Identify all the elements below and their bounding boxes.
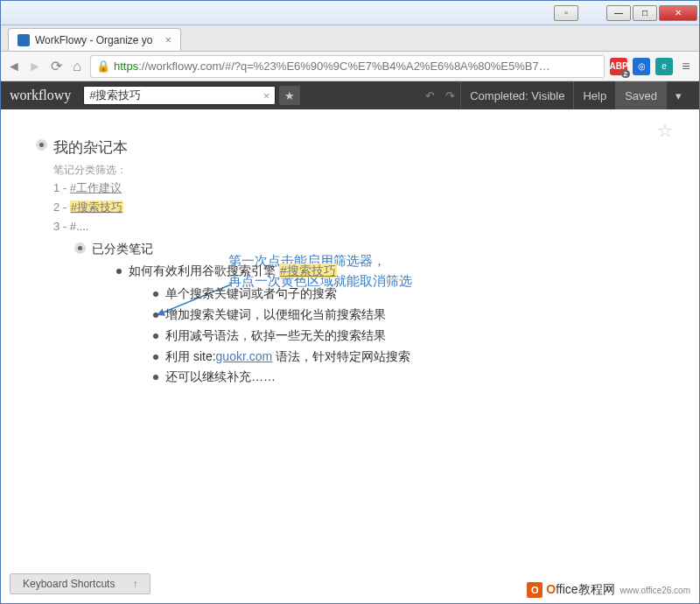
forward-button[interactable]: ► [27, 59, 43, 74]
home-button[interactable]: ⌂ [69, 59, 85, 74]
address-bar: ◄ ► ⟳ ⌂ 🔒 https ://workflowy.com/#/?q=%2… [1, 52, 699, 81]
outline-root: 我的杂记本 笔记分类筛选： 1 - #工作建议 2 - #搜索技巧 3 - #.… [36, 136, 682, 388]
tab-title: WorkFlowy - Organize yo [35, 34, 152, 46]
search-value: #搜索技巧 [89, 88, 141, 103]
tag-search-hl-2[interactable]: #搜索技巧 [279, 263, 337, 277]
tag-search-hl[interactable]: #搜索技巧 [70, 200, 123, 214]
favicon-icon [18, 34, 30, 46]
guokr-link[interactable]: guokr.com [216, 349, 273, 363]
dropdown-button[interactable]: ▾ [666, 81, 690, 109]
tag-more: #.... [70, 220, 89, 233]
root-title[interactable]: 我的杂记本 [53, 136, 682, 161]
win-icon-button[interactable]: ▫ [554, 5, 578, 21]
completed-toggle[interactable]: Completed: Visible [460, 81, 573, 109]
url-scheme: https [114, 60, 138, 73]
list-item[interactable]: 还可以继续补充…… [165, 369, 276, 383]
bullet-icon[interactable] [153, 355, 158, 360]
redo-icon[interactable]: ↷ [440, 89, 460, 102]
bullet-icon[interactable] [153, 291, 158, 297]
content-area: ☆ 第一次点击能启用筛选器， 再点一次黄色区域就能取消筛选 我的杂记本 笔记分类… [1, 109, 699, 573]
bullet-icon[interactable] [116, 269, 122, 274]
extension-icon-2[interactable]: e [655, 58, 673, 75]
close-button[interactable]: ✕ [659, 5, 697, 21]
workflowy-logo[interactable]: workflowy [10, 88, 71, 103]
watermark: O Office教程网 www.office26.com [527, 582, 690, 598]
section-title[interactable]: 已分类笔记 [92, 239, 682, 260]
bullet-icon[interactable] [74, 242, 86, 254]
url-input[interactable]: 🔒 https ://workflowy.com/#/?q=%23%E6%90%… [90, 55, 605, 78]
bullet-icon[interactable] [153, 313, 158, 318]
chevron-up-icon: ↑ [132, 578, 137, 590]
root-subtitle: 笔记分类筛选： [53, 161, 682, 179]
window: ▫ — □ ✕ WorkFlowy - Organize yo × ◄ ► ⟳ … [0, 0, 700, 604]
reload-button[interactable]: ⟳ [48, 59, 64, 74]
tag-work[interactable]: #工作建议 [70, 181, 122, 194]
keyboard-shortcuts-button[interactable]: Keyboard Shortcuts ↑ [10, 573, 150, 594]
abp-icon[interactable]: ABP2 [610, 58, 627, 75]
search-input[interactable]: #搜索技巧 × [83, 86, 276, 105]
tab-bar: WorkFlowy - Organize yo × [1, 25, 699, 52]
lock-icon: 🔒 [96, 60, 110, 73]
tab-workflowy[interactable]: WorkFlowy - Organize yo × [8, 28, 181, 51]
app-toolbar: workflowy #搜索技巧 × ★ ↶ ↷ Completed: Visib… [1, 81, 699, 109]
list-item[interactable]: 利用 site:guokr.com 语法，针对特定网站搜索 [165, 349, 410, 363]
bullet-icon[interactable] [153, 334, 158, 339]
close-tab-icon[interactable]: × [164, 33, 172, 46]
office-logo-icon: O [527, 582, 542, 598]
extension-icon-1[interactable]: ◎ [633, 58, 650, 75]
list-item[interactable]: 单个搜索关键词或者句子的搜索 [165, 286, 337, 300]
bullet-icon[interactable] [36, 139, 47, 151]
help-button[interactable]: Help [573, 81, 615, 109]
bullet-icon[interactable] [153, 375, 158, 380]
minimize-button[interactable]: — [606, 5, 631, 21]
maximize-button[interactable]: □ [633, 5, 657, 21]
clear-search-icon[interactable]: × [263, 89, 270, 102]
list-item[interactable]: 利用减号语法，砍掉一些无关的搜索结果 [165, 328, 386, 342]
menu-button[interactable]: ≡ [678, 59, 694, 74]
star-button[interactable]: ★ [279, 86, 300, 105]
saved-indicator: Saved [615, 81, 666, 109]
back-button[interactable]: ◄ [6, 59, 22, 74]
titlebar: ▫ — □ ✕ [1, 1, 699, 25]
list-item[interactable]: 增加搜索关键词，以便细化当前搜索结果 [165, 307, 386, 321]
item-title[interactable]: 如何有效利用谷歌搜索引擎 [129, 263, 279, 277]
undo-icon[interactable]: ↶ [420, 89, 440, 102]
